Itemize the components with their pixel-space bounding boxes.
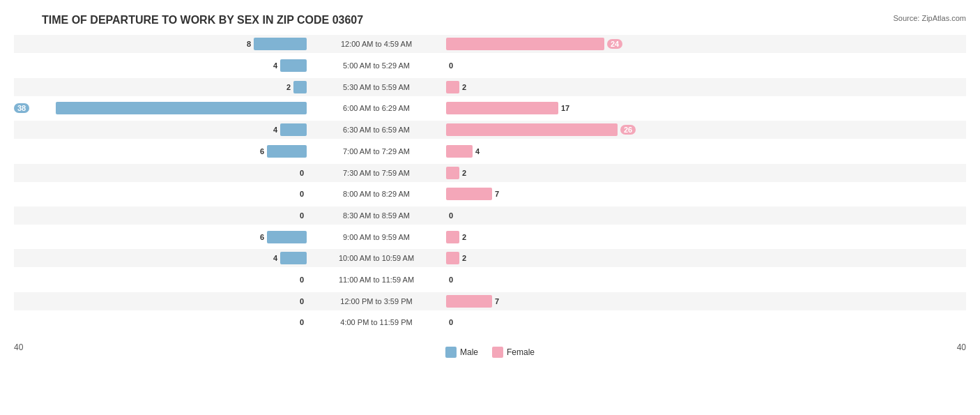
female-value: 0	[449, 61, 463, 70]
male-value: 4	[263, 126, 277, 134]
bar-row: 07:30 AM to 7:59 AM2	[14, 164, 966, 182]
male-value: 0	[290, 276, 304, 284]
female-value: 2	[462, 83, 476, 91]
male-value: 0	[290, 169, 304, 177]
male-bar	[280, 123, 307, 136]
female-value: 7	[495, 297, 509, 305]
bar-row: 46:30 AM to 6:59 AM26	[14, 121, 966, 139]
time-label: 4:00 PM to 11:59 PM	[307, 318, 446, 326]
female-bar	[446, 81, 459, 93]
female-value: 2	[462, 233, 476, 241]
female-bar	[446, 295, 492, 308]
female-value: 2	[462, 254, 476, 262]
male-bar	[56, 102, 307, 114]
male-bar	[280, 59, 307, 72]
time-label: 6:00 AM to 6:29 AM	[307, 104, 446, 112]
bar-row: 45:00 AM to 5:29 AM0	[14, 56, 966, 75]
female-bar	[446, 167, 459, 179]
male-value: 0	[290, 318, 304, 326]
bar-row: 011:00 AM to 11:59 AM0	[14, 271, 966, 289]
female-value: 17	[561, 104, 575, 112]
legend-male-box	[445, 347, 457, 358]
male-value: 0	[290, 190, 304, 198]
female-bar	[446, 252, 459, 264]
axis-left-label: 40	[14, 342, 23, 352]
time-label: 12:00 PM to 3:59 PM	[307, 297, 446, 305]
chart-container: TIME OF DEPARTURE TO WORK BY SEX IN ZIP …	[0, 0, 980, 415]
male-value: 38	[14, 103, 29, 113]
bar-row: 67:00 AM to 7:29 AM4	[14, 142, 966, 160]
axis-right-label: 40	[957, 342, 966, 352]
male-bar	[280, 252, 307, 264]
time-label: 5:00 AM to 5:29 AM	[307, 61, 446, 70]
time-label: 8:00 AM to 8:29 AM	[307, 190, 446, 198]
female-value: 2	[462, 169, 476, 177]
bar-row: 69:00 AM to 9:59 AM2	[14, 228, 966, 246]
male-value: 4	[263, 61, 277, 70]
female-bar	[446, 145, 473, 158]
legend-male: Male	[445, 347, 478, 358]
male-bar	[254, 38, 307, 50]
time-label: 5:30 AM to 5:59 AM	[307, 83, 446, 91]
female-bar	[446, 102, 558, 114]
male-value: 2	[277, 83, 291, 91]
time-label: 9:00 AM to 9:59 AM	[307, 233, 446, 241]
chart-legend: Male Female	[445, 347, 535, 358]
time-label: 7:00 AM to 7:29 AM	[307, 147, 446, 156]
bar-row: 08:30 AM to 8:59 AM0	[14, 206, 966, 225]
bar-row: 386:00 AM to 6:29 AM17	[14, 99, 966, 117]
male-value: 6	[250, 233, 264, 241]
female-value: 26	[620, 125, 636, 135]
female-value: 0	[449, 318, 463, 326]
time-label: 7:30 AM to 7:59 AM	[307, 169, 446, 177]
male-bar	[293, 81, 307, 93]
bar-row: 08:00 AM to 8:29 AM7	[14, 185, 966, 203]
female-value: 7	[495, 190, 509, 198]
legend-female: Female	[492, 347, 535, 358]
male-value: 0	[290, 211, 304, 220]
female-value: 0	[449, 276, 463, 284]
time-label: 12:00 AM to 4:59 AM	[307, 40, 446, 48]
bar-row: 04:00 PM to 11:59 PM0	[14, 313, 966, 331]
male-value: 6	[250, 147, 264, 156]
time-label: 10:00 AM to 10:59 AM	[307, 254, 446, 262]
male-value: 4	[263, 254, 277, 262]
female-bar	[446, 123, 618, 136]
bar-row: 812:00 AM to 4:59 AM24	[14, 35, 966, 53]
legend-male-label: Male	[460, 347, 478, 357]
source-label: Source: ZipAtlas.com	[893, 14, 966, 22]
female-bar	[446, 38, 604, 50]
chart-title: TIME OF DEPARTURE TO WORK BY SEX IN ZIP …	[14, 14, 966, 27]
male-value: 0	[290, 297, 304, 305]
female-value: 0	[449, 211, 463, 220]
male-bar	[267, 145, 307, 158]
time-label: 8:30 AM to 8:59 AM	[307, 211, 446, 220]
bar-row: 25:30 AM to 5:59 AM2	[14, 78, 966, 96]
time-label: 6:30 AM to 6:59 AM	[307, 126, 446, 134]
legend-female-label: Female	[507, 347, 535, 357]
male-value: 8	[237, 40, 251, 48]
female-bar	[446, 188, 492, 200]
time-label: 11:00 AM to 11:59 AM	[307, 276, 446, 284]
legend-female-box	[492, 347, 503, 358]
female-value: 4	[475, 147, 489, 156]
bar-row: 012:00 PM to 3:59 PM7	[14, 292, 966, 310]
female-value: 24	[607, 39, 622, 49]
male-bar	[267, 231, 307, 243]
female-bar	[446, 231, 459, 243]
bar-row: 410:00 AM to 10:59 AM2	[14, 249, 966, 267]
